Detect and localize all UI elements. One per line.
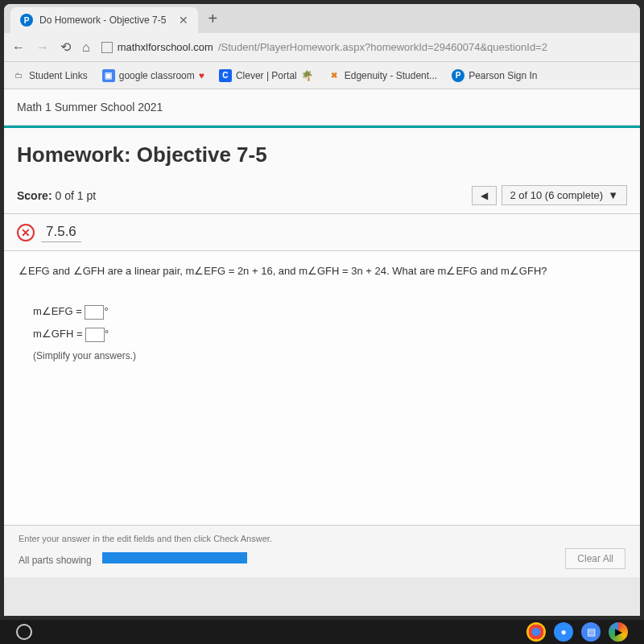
answer-input-gfh[interactable] xyxy=(85,328,105,342)
homework-title: Homework: Objective 7-5 xyxy=(4,128,640,179)
progress-bar xyxy=(102,552,247,564)
score-bar: Score: 0 of 1 pt ◀ 2 of 10 (6 complete) … xyxy=(4,179,640,214)
parts-label: All parts showing xyxy=(19,555,92,566)
answer-input-efg[interactable] xyxy=(85,305,104,320)
degree-symbol: ° xyxy=(104,305,108,317)
bookmark-student-links[interactable]: 🗀 Student Links xyxy=(12,69,88,82)
pearson-favicon: P xyxy=(20,14,33,27)
simplify-note: (Simplify your answers.) xyxy=(33,348,625,364)
url-bar[interactable]: mathxlforschool.com/Student/PlayerHomewo… xyxy=(101,41,632,53)
footer-instruction: Enter your answer in the edit fields and… xyxy=(19,534,625,543)
bookmark-label: Clever | Portal xyxy=(236,70,297,81)
chrome-os-shelf: ● ▤ ▶ xyxy=(0,620,644,644)
zoom-icon[interactable]: ● xyxy=(554,622,573,642)
question-prompt: ∠EFG and ∠GFH are a linear pair, m∠EFG =… xyxy=(19,262,625,280)
launcher-icon[interactable] xyxy=(16,624,32,640)
bookmark-label: Edgenuity - Student... xyxy=(345,70,437,81)
bookmark-label: google classroom xyxy=(119,70,195,81)
url-domain: mathxlforschool.com xyxy=(118,41,213,53)
question-number: 7.5.6 xyxy=(41,222,81,242)
question-progress[interactable]: 2 of 10 (6 complete) ▼ xyxy=(502,185,628,205)
browser-nav-bar: ← → ⟲ ⌂ mathxlforschool.com/Student/Play… xyxy=(4,33,640,62)
score-label: Score: xyxy=(17,189,52,202)
answer-label-efg: m∠EFG = xyxy=(33,305,82,317)
progress-fill xyxy=(102,552,247,564)
close-icon[interactable]: ✕ xyxy=(179,14,188,27)
bookmark-pearson[interactable]: P Pearson Sign In xyxy=(452,69,537,82)
bookmark-clever[interactable]: C Clever | Portal 🌴 xyxy=(219,69,313,82)
bookmark-label: Pearson Sign In xyxy=(469,70,537,81)
docs-icon[interactable]: ▤ xyxy=(581,622,601,642)
play-store-icon[interactable]: ▶ xyxy=(609,622,628,642)
folder-icon: 🗀 xyxy=(12,69,25,82)
course-name: Math 1 Summer School 2021 xyxy=(4,89,640,126)
degree-symbol: ° xyxy=(105,328,109,340)
google-classroom-icon: ▣ xyxy=(102,69,115,82)
footer: Enter your answer in the edit fields and… xyxy=(4,525,640,577)
site-info-icon[interactable] xyxy=(101,42,113,53)
palm-icon: 🌴 xyxy=(301,70,313,81)
edgenuity-icon: ✖ xyxy=(328,69,341,82)
chrome-icon[interactable] xyxy=(526,622,546,642)
bookmark-label: Student Links xyxy=(29,70,88,81)
forward-icon[interactable]: → xyxy=(36,40,49,55)
tab-title: Do Homework - Objective 7-5 xyxy=(39,14,166,26)
chevron-down-icon: ▼ xyxy=(608,189,618,201)
heart-icon: ♥ xyxy=(199,70,204,81)
browser-tab-bar: P Do Homework - Objective 7-5 ✕ + xyxy=(4,4,640,33)
pearson-icon: P xyxy=(452,69,464,82)
back-icon[interactable]: ← xyxy=(12,40,25,55)
home-icon[interactable]: ⌂ xyxy=(82,40,90,55)
bookmark-google-classroom[interactable]: ▣ google classroom ♥ xyxy=(102,69,204,82)
bookmark-edgenuity[interactable]: ✖ Edgenuity - Student... xyxy=(328,69,437,82)
incorrect-icon: ✕ xyxy=(17,224,35,242)
progress-text: 2 of 10 (6 complete) xyxy=(510,189,604,201)
new-tab-button[interactable]: + xyxy=(208,10,217,28)
browser-tab[interactable]: P Do Homework - Objective 7-5 ✕ xyxy=(10,7,198,33)
clear-all-button[interactable]: Clear All xyxy=(565,548,625,569)
question-body: ∠EFG and ∠GFH are a linear pair, m∠EFG =… xyxy=(4,251,640,525)
answer-label-gfh: m∠GFH = xyxy=(33,328,82,340)
question-header: ✕ 7.5.6 xyxy=(4,214,640,251)
score-value: 0 of 1 pt xyxy=(55,189,96,202)
reload-icon[interactable]: ⟲ xyxy=(60,39,71,55)
prev-question-button[interactable]: ◀ xyxy=(472,186,497,205)
bookmarks-bar: 🗀 Student Links ▣ google classroom ♥ C C… xyxy=(4,62,640,89)
clever-icon: C xyxy=(219,69,232,82)
url-path: /Student/PlayerHomework.aspx?homeworkId=… xyxy=(218,41,547,53)
